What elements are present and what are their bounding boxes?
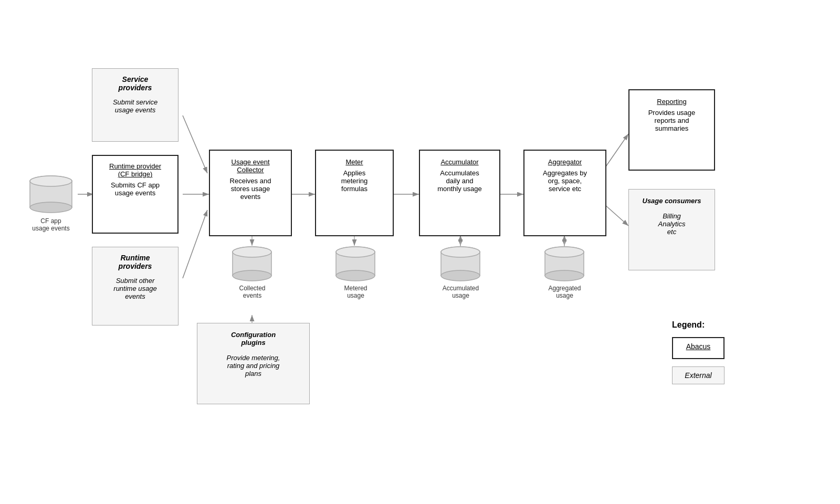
legend-external: External [672,366,724,384]
svg-point-29 [336,247,375,257]
aggregator-box: Aggregator Aggregates byorg, space,servi… [523,150,606,236]
accumulator-desc: Accumulatesdaily andmonthly usage [425,169,494,193]
meter-box: Meter Appliesmeteringformulas [315,150,394,236]
svg-point-36 [545,270,584,281]
service-providers-box: Service providers Submit service usage e… [92,68,178,142]
legend: Legend: Abacus External [672,320,724,384]
runtime-providers-title: Runtimeproviders [119,254,152,270]
svg-point-28 [336,270,375,281]
svg-point-20 [30,202,72,213]
metered-usage-label: Meteredusage [331,285,381,299]
meter-title: Meter [321,158,387,166]
svg-point-33 [441,247,480,257]
metered-usage-cylinder: Meteredusage [331,246,381,299]
runtime-provider-title: Runtime provider(CF bridge) [98,162,172,178]
service-providers-title2: providers [119,83,152,92]
runtime-providers-box: Runtimeproviders Submit otherruntime usa… [92,247,178,326]
svg-line-10 [605,205,628,226]
aggregator-title: Aggregator [530,158,600,166]
architecture-diagram: CF app usage events Service providers Su… [0,0,840,504]
reporting-desc: Provides usagereports andsummaries [636,109,708,132]
collected-events-cylinder: Collectedevents [227,246,277,299]
usage-consumers-title: Usage consumers [643,197,701,205]
accumulator-title: Accumulator [425,158,494,166]
cf-app-cylinder: CF app usage events [22,173,80,232]
runtime-providers-desc: Submit otherruntime usageevents [98,277,173,300]
aggregated-usage-label: Aggregatedusage [540,285,590,299]
accumulated-usage-label: Accumulatedusage [436,285,486,299]
config-plugins-box: Configurationplugins Provide metering,ra… [197,323,310,404]
legend-abacus: Abacus [672,337,724,359]
svg-point-37 [545,247,584,257]
collector-desc: Receives andstores usageevents [215,177,286,201]
legend-abacus-label: Abacus [680,342,716,351]
usage-consumers-box: Usage consumers BillingAnalyticsetc [628,189,715,270]
service-providers-title: Service [122,75,149,83]
accumulated-usage-cylinder: Accumulatedusage [436,246,486,299]
svg-line-3 [183,116,207,173]
collector-title: Usage eventCollector [215,158,286,174]
legend-external-label: External [685,371,711,380]
reporting-title: Reporting [636,98,708,106]
aggregator-desc: Aggregates byorg, space,service etc [530,169,600,193]
svg-point-32 [441,270,480,281]
cf-app-label: CF app usage events [22,217,80,232]
svg-point-24 [233,270,271,281]
svg-line-9 [605,134,628,168]
svg-point-25 [233,247,271,257]
accumulator-box: Accumulator Accumulatesdaily andmonthly … [419,150,500,236]
legend-title: Legend: [672,320,724,330]
svg-point-21 [30,176,72,186]
aggregated-usage-cylinder: Aggregatedusage [540,246,590,299]
runtime-provider-box: Runtime provider(CF bridge) Submits CF a… [92,155,178,234]
usage-event-collector-box: Usage eventCollector Receives andstores … [209,150,292,236]
config-plugins-desc: Provide metering,rating and pricingplans [204,354,303,377]
svg-line-5 [183,210,207,278]
meter-desc: Appliesmeteringformulas [321,169,387,193]
service-providers-desc: Submit service usage events [98,98,173,114]
runtime-provider-desc: Submits CF appusage events [98,181,172,197]
usage-consumers-desc: BillingAnalyticsetc [635,212,708,236]
config-plugins-title: Configurationplugins [231,331,276,346]
collected-events-label: Collectedevents [227,285,277,299]
reporting-box: Reporting Provides usagereports andsumma… [628,89,715,171]
